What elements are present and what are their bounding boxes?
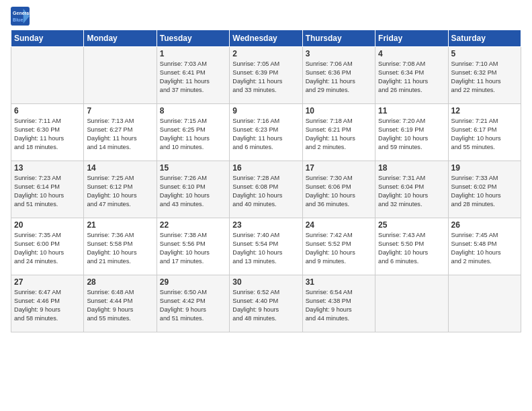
day-number: 30: [232, 277, 299, 287]
day-number: 14: [87, 163, 153, 173]
cell-content-line: Sunset: 6:06 PM: [306, 183, 372, 191]
cell-content-line: and 22 minutes.: [451, 86, 518, 95]
cell-content-line: and 59 minutes.: [378, 143, 445, 152]
cell-3-3: 15Sunrise: 7:26 AMSunset: 6:10 PMDayligh…: [157, 161, 229, 218]
day-number: 23: [232, 220, 299, 230]
cell-content-line: Sunset: 5:50 PM: [378, 240, 445, 248]
cell-content-line: Daylight: 9 hours: [160, 306, 226, 314]
cell-1-4: 2Sunrise: 7:05 AMSunset: 6:39 PMDaylight…: [230, 47, 302, 104]
cell-content-line: Sunrise: 6:54 AM: [306, 288, 372, 297]
day-header-tuesday: Tuesday: [157, 30, 229, 47]
cell-content-line: Daylight: 10 hours: [87, 191, 153, 200]
cell-content-line: Daylight: 10 hours: [451, 248, 518, 257]
cell-content-line: Daylight: 11 hours: [87, 134, 153, 143]
week-row-1: 1Sunrise: 7:03 AMSunset: 6:41 PMDaylight…: [11, 47, 521, 104]
cell-content-line: and 2 minutes.: [306, 143, 372, 152]
day-number: 18: [378, 163, 445, 173]
day-number: 9: [232, 106, 299, 116]
day-number: 22: [160, 220, 226, 230]
cell-content-line: Sunset: 6:25 PM: [160, 126, 226, 134]
cell-content-line: Daylight: 9 hours: [306, 306, 372, 314]
day-number: 4: [378, 49, 445, 58]
cell-content-line: and 36 minutes.: [306, 200, 372, 209]
cell-content-line: Sunrise: 7:18 AM: [306, 117, 372, 126]
cell-1-3: 1Sunrise: 7:03 AMSunset: 6:41 PMDaylight…: [157, 47, 229, 104]
cell-content-line: Daylight: 11 hours: [232, 134, 299, 143]
cell-5-6: [375, 275, 448, 332]
day-number: 12: [451, 106, 518, 116]
day-number: 21: [87, 220, 153, 230]
day-header-friday: Friday: [375, 30, 448, 47]
cell-4-1: 20Sunrise: 7:35 AMSunset: 6:00 PMDayligh…: [11, 218, 84, 275]
cell-content-line: Sunset: 5:48 PM: [451, 240, 518, 248]
cell-content-line: Sunset: 6:39 PM: [232, 68, 299, 77]
cell-content-line: Daylight: 11 hours: [14, 134, 81, 143]
cell-content-line: and 6 minutes.: [232, 143, 299, 152]
day-number: 29: [160, 277, 226, 287]
cell-content-line: Daylight: 10 hours: [160, 191, 226, 200]
cell-content-line: Daylight: 11 hours: [306, 77, 372, 86]
cell-content-line: Daylight: 10 hours: [378, 248, 445, 257]
cell-content-line: Daylight: 10 hours: [14, 191, 81, 200]
day-number: 27: [14, 277, 81, 287]
cell-content-line: Sunrise: 7:28 AM: [232, 174, 299, 183]
cell-1-6: 4Sunrise: 7:08 AMSunset: 6:34 PMDaylight…: [375, 47, 448, 104]
day-header-saturday: Saturday: [448, 30, 521, 47]
cell-content-line: Daylight: 11 hours: [160, 134, 226, 143]
cell-content-line: Sunset: 6:41 PM: [160, 68, 226, 77]
cell-content-line: Sunrise: 7:15 AM: [160, 117, 226, 126]
day-header-monday: Monday: [84, 30, 157, 47]
cell-5-4: 30Sunrise: 6:52 AMSunset: 4:40 PMDayligh…: [230, 275, 302, 332]
cell-2-2: 7Sunrise: 7:13 AMSunset: 6:27 PMDaylight…: [84, 104, 157, 161]
header-row: SundayMondayTuesdayWednesdayThursdayFrid…: [11, 30, 521, 47]
day-number: 2: [232, 49, 299, 58]
day-number: 6: [14, 106, 81, 116]
cell-content-line: and 29 minutes.: [306, 86, 372, 95]
day-number: 11: [378, 106, 445, 116]
cell-5-7: [448, 275, 521, 332]
cell-1-5: 3Sunrise: 7:06 AMSunset: 6:36 PMDaylight…: [302, 47, 375, 104]
cell-content-line: Daylight: 10 hours: [87, 248, 153, 257]
cell-content-line: Sunset: 4:46 PM: [14, 297, 81, 306]
cell-content-line: Daylight: 10 hours: [451, 134, 518, 143]
cell-content-line: Sunrise: 7:43 AM: [378, 231, 445, 240]
cell-content-line: Sunrise: 7:06 AM: [306, 60, 372, 68]
cell-content-line: Daylight: 9 hours: [232, 306, 299, 314]
cell-content-line: Sunrise: 7:35 AM: [14, 231, 81, 240]
cell-content-line: Sunrise: 7:42 AM: [306, 231, 372, 240]
cell-3-4: 16Sunrise: 7:28 AMSunset: 6:08 PMDayligh…: [230, 161, 302, 218]
cell-content-line: and 6 minutes.: [378, 257, 445, 266]
cell-content-line: Sunset: 5:54 PM: [232, 240, 299, 248]
cell-content-line: Daylight: 10 hours: [306, 248, 372, 257]
cell-content-line: Sunrise: 7:26 AM: [160, 174, 226, 183]
cell-content-line: Sunset: 6:14 PM: [14, 183, 81, 191]
cell-content-line: Daylight: 11 hours: [378, 77, 445, 86]
cell-content-line: Sunset: 6:27 PM: [87, 126, 153, 134]
day-number: 24: [306, 220, 372, 230]
cell-content-line: Sunrise: 7:03 AM: [160, 60, 226, 68]
svg-text:General: General: [13, 11, 30, 15]
cell-content-line: and 44 minutes.: [306, 314, 372, 323]
cell-content-line: Sunset: 4:38 PM: [306, 297, 372, 306]
cell-3-5: 17Sunrise: 7:30 AMSunset: 6:06 PMDayligh…: [302, 161, 375, 218]
header: General Blue: [11, 7, 521, 26]
cell-2-5: 10Sunrise: 7:18 AMSunset: 6:21 PMDayligh…: [302, 104, 375, 161]
cell-content-line: and 40 minutes.: [232, 200, 299, 209]
day-number: 3: [306, 49, 372, 58]
cell-content-line: Sunrise: 7:20 AM: [378, 117, 445, 126]
cell-content-line: Sunset: 6:21 PM: [306, 126, 372, 134]
cell-1-7: 5Sunrise: 7:10 AMSunset: 6:32 PMDaylight…: [448, 47, 521, 104]
cell-3-1: 13Sunrise: 7:23 AMSunset: 6:14 PMDayligh…: [11, 161, 84, 218]
cell-content-line: Daylight: 10 hours: [14, 248, 81, 257]
cell-4-6: 25Sunrise: 7:43 AMSunset: 5:50 PMDayligh…: [375, 218, 448, 275]
svg-text:Blue: Blue: [13, 17, 23, 22]
day-number: 31: [306, 277, 372, 287]
cell-content-line: Sunrise: 6:47 AM: [14, 288, 81, 297]
cell-content-line: Sunrise: 7:38 AM: [160, 231, 226, 240]
cell-content-line: Sunset: 5:56 PM: [160, 240, 226, 248]
cell-2-7: 12Sunrise: 7:21 AMSunset: 6:17 PMDayligh…: [448, 104, 521, 161]
cell-3-7: 19Sunrise: 7:33 AMSunset: 6:02 PMDayligh…: [448, 161, 521, 218]
cell-content-line: Sunrise: 6:50 AM: [160, 288, 226, 297]
cell-2-1: 6Sunrise: 7:11 AMSunset: 6:30 PMDaylight…: [11, 104, 84, 161]
cell-content-line: and 58 minutes.: [14, 314, 81, 323]
